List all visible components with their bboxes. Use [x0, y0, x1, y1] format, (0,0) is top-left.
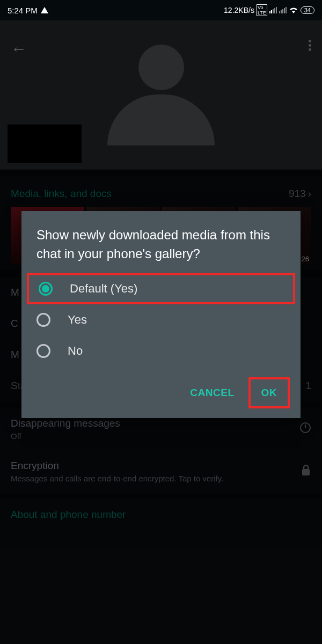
network-speed: 12.2KB/s	[224, 6, 254, 14]
status-bar: 5:24 PM 12.2KB/s VoLTE 34	[0, 0, 322, 20]
radio-icon	[39, 282, 53, 296]
radio-option-yes[interactable]: Yes	[21, 304, 301, 335]
volte-icon: VoLTE	[257, 4, 267, 16]
ok-button[interactable]: OK	[248, 377, 290, 408]
battery-icon: 34	[301, 6, 314, 14]
radio-label: Default (Yes)	[70, 282, 137, 296]
radio-option-no[interactable]: No	[21, 335, 301, 367]
radio-icon	[36, 313, 50, 327]
radio-icon	[36, 344, 50, 358]
radio-label: No	[68, 344, 83, 358]
radio-option-default[interactable]: Default (Yes)	[27, 273, 295, 304]
signal-icon	[269, 7, 277, 13]
wifi-icon	[289, 6, 298, 15]
triangle-icon	[41, 7, 48, 13]
dialog-title: Show newly downloaded media from this ch…	[21, 226, 301, 273]
media-visibility-dialog: Show newly downloaded media from this ch…	[21, 211, 301, 418]
radio-label: Yes	[68, 313, 87, 327]
status-time: 5:24 PM	[8, 6, 38, 15]
signal-icon-2	[279, 7, 287, 13]
cancel-button[interactable]: CANCEL	[179, 380, 245, 405]
